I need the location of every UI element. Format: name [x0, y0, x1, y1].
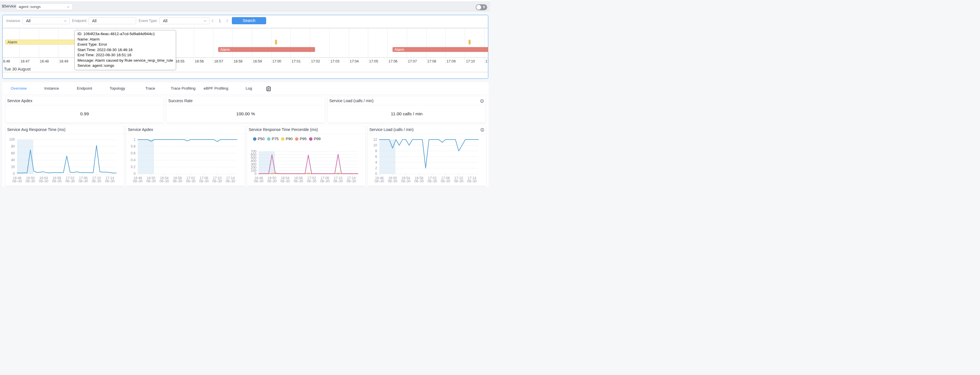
instance-select[interactable]: All [22, 17, 70, 24]
event-bar-error[interactable]: Alarm [393, 47, 488, 52]
timeline-minute-label: 17:03 [331, 59, 339, 64]
timeline-minute-label: 16:59 [253, 59, 262, 64]
chevron-down-icon [67, 5, 70, 9]
timeline-minute-label: 16:56 [195, 59, 204, 64]
tooltip-line: Name: Alarm [78, 37, 173, 42]
widget-title: Service Load (calls / min) [369, 126, 414, 134]
tooltip-line: Start Time: 2022-08-30 16:46:16 [78, 47, 173, 53]
tab-trace-profiling[interactable]: Trace Profiling [167, 82, 200, 95]
topbar: $Service agent::songs V [0, 1, 490, 11]
widget-card-chart-1: Service Apdex00.20.40.60.8116:4608–3016:… [126, 126, 244, 186]
legend-swatch[interactable] [309, 137, 312, 141]
timeline-minute-label: 16:58 [234, 59, 242, 64]
widget-header: Service Avg Response Time (ms) [5, 126, 124, 134]
chart-x-tick-sublabel: 08–30 [254, 179, 264, 183]
timeline-minute-label: 16:55 [175, 59, 185, 64]
tab-instance[interactable]: Instance [35, 82, 68, 95]
search-button[interactable]: Search [232, 17, 266, 24]
timeline-minute-label: 17:02 [311, 59, 320, 64]
pagination-current-page[interactable]: 1 [216, 17, 223, 24]
chart-x-tick-sublabel: 08–30 [92, 179, 102, 183]
event-type-select-value: All [163, 18, 167, 24]
timeline-gridline [290, 28, 291, 65]
chart-x-tick-sublabel: 08–30 [186, 179, 196, 183]
tooltip-line: Service: agent::songs [78, 63, 173, 68]
tab-ebpf-profiling[interactable]: eBPF Profiling [200, 82, 232, 95]
info-icon[interactable] [480, 128, 484, 131]
chart-x-tick-sublabel: 08–30 [26, 179, 35, 183]
line-chart: 02468101216:4608–3016:5008–3016:5408–301… [368, 134, 486, 186]
tab-topology[interactable]: Topology [101, 82, 134, 95]
event-bar-label: Alarm [5, 40, 17, 44]
chart-x-tick-sublabel: 08–30 [320, 179, 329, 183]
chevron-down-icon [64, 19, 67, 22]
legend-swatch[interactable] [267, 137, 270, 141]
chart-x-tick-sublabel: 08–30 [347, 179, 356, 183]
timeline-gridline [194, 28, 194, 65]
legend-label[interactable]: P95 [300, 137, 307, 141]
chart-y-tick-label: 1 [134, 138, 136, 142]
event-bar-tick[interactable] [275, 40, 277, 44]
tab-endpoint[interactable]: Endpoint [68, 82, 101, 95]
timeline-minute-label: 17:08 [427, 59, 436, 64]
event-bar-error[interactable]: Alarm [218, 47, 315, 52]
chart-y-tick-label: 0.8 [131, 144, 136, 149]
chart-highlight-span [259, 152, 275, 174]
tab-overview[interactable]: Overview [2, 82, 35, 95]
chevron-left-icon [209, 17, 216, 24]
chart-y-tick-label: 2 [375, 166, 377, 170]
legend-swatch[interactable] [281, 137, 285, 141]
chart-y-tick-label: 6 [375, 155, 377, 159]
info-icon[interactable] [480, 99, 484, 103]
line-chart: 02040608010016:4608–3016:5008–3016:5408–… [5, 134, 124, 186]
endpoint-input[interactable]: All [88, 17, 136, 24]
timeline-gridline [232, 28, 233, 65]
widget-title: Service Response Time Percentile (ms) [249, 126, 318, 134]
timeline-gridline [407, 28, 407, 65]
chart-x-tick-sublabel: 08–30 [467, 179, 477, 183]
event-type-select[interactable]: All [159, 17, 210, 24]
widget-header: Service Response Time Percentile (ms) [247, 126, 365, 134]
timeline-minute-label: 17:01 [291, 59, 301, 64]
timeline-minute-label: 17:07 [408, 59, 417, 64]
tab-trace[interactable]: Trace [134, 82, 167, 95]
legend-label[interactable]: P99 [313, 137, 320, 141]
chart-x-tick-sublabel: 08–30 [133, 179, 143, 183]
widget-header: Service Load (calls / min) [328, 97, 486, 105]
line-chart: 00.20.40.60.8116:4608–3016:5008–3016:540… [126, 134, 244, 186]
tooltip-line: End Time: 2022-08-30 16:51:16 [78, 52, 173, 58]
pagination-next-button[interactable] [224, 17, 231, 24]
timeline-gridline [349, 28, 349, 65]
chart-x-tick-sublabel: 08–30 [414, 179, 424, 183]
version-toggle[interactable]: V [476, 4, 487, 10]
timeline-gridline [19, 28, 20, 65]
legend-label[interactable]: P50 [258, 137, 264, 141]
chart-x-tick-sublabel: 08–30 [39, 179, 49, 183]
timeline-gridline [368, 28, 368, 65]
chart-x-tick-sublabel: 08–30 [454, 179, 464, 183]
event-bar-tick[interactable] [469, 40, 471, 44]
chevron-down-icon [204, 19, 207, 22]
chart-y-tick-label: 0 [134, 172, 136, 176]
legend-label[interactable]: P75 [272, 137, 278, 141]
chart-y-tick-label: 0 [13, 172, 15, 176]
tab-log[interactable]: Log [232, 82, 265, 95]
chart-x-tick-sublabel: 08–30 [79, 179, 88, 183]
clipboard-icon[interactable] [266, 86, 271, 91]
timeline-minute-label: 17:05 [369, 59, 378, 64]
chart-y-tick-label: 4 [375, 160, 377, 165]
pagination-prev-button[interactable] [209, 17, 216, 24]
chart-y-tick-label: 0.4 [131, 158, 136, 162]
timeline-gridline [252, 28, 252, 65]
chart-y-tick-label: 80 [11, 144, 15, 149]
toggle-knob [476, 5, 481, 10]
timeline-minute-label: 17:06 [388, 59, 398, 64]
legend-swatch[interactable] [253, 137, 256, 141]
tooltip-line: ID: 1064f23a-6eac-4812-a7cd-5d9a84d944c1 [78, 32, 173, 37]
service-select[interactable]: agent::songs [16, 3, 73, 10]
chart-x-tick-sublabel: 08–30 [374, 179, 384, 183]
chart-y-tick-label: 0.6 [131, 151, 136, 155]
timeline-minute-label: 16:46 [3, 59, 10, 64]
legend-label[interactable]: P90 [286, 137, 293, 141]
legend-swatch[interactable] [295, 137, 299, 141]
